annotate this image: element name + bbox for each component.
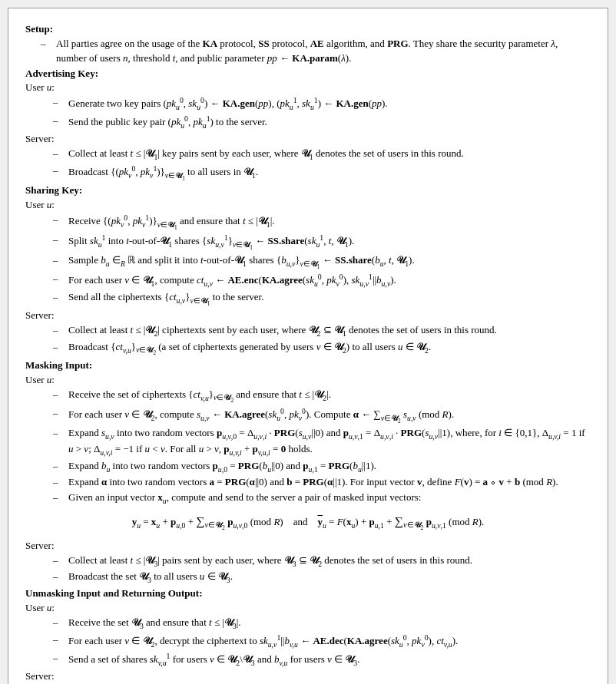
unmasking-user-text-2: For each user v ∈ 𝒰2, decrypt the cipher… [68,633,591,650]
dash: – [53,570,65,584]
dash: – [53,253,65,268]
unmasking-user-text-1: Receive the set 𝒰3 and ensure that t ≤ |… [68,616,591,632]
dash: – [53,459,65,474]
unmasking-user-content: – Receive the set 𝒰3 and ensure that t ≤… [25,616,591,669]
masking-user-item-3: – Expand su,v into two random vectors pu… [53,426,591,458]
sharing-user-item-2: – Split sku1 into t-out-of-𝒰1 shares {sk… [53,233,591,252]
masking-server-text-1: Collect at least t ≤ |𝒰3| pairs sent by … [68,553,591,570]
masking-user-text-4: Expand bu into two random vectors pu,0 =… [68,459,591,475]
setup-title: Setup: [25,23,53,35]
user-u-label-2: User u: [25,199,55,210]
dash: – [53,616,65,630]
unmasking-section: Unmasking Input and Returning Output: Us… [25,587,591,684]
dash: – [53,553,65,568]
unmasking-user-item-1: – Receive the set 𝒰3 and ensure that t ≤… [53,616,591,632]
dash: – [53,475,65,490]
dash: – [53,213,65,227]
adv-server-text-1: Collect at least t ≤ |𝒰1| key pairs sent… [68,147,591,163]
masking-server-content: – Collect at least t ≤ |𝒰3| pairs sent b… [25,553,591,586]
dash-1: – [41,37,53,51]
sharing-server-content: – Collect at least t ≤ |𝒰2| ciphertexts … [25,323,591,358]
dash: – [53,491,65,505]
adv-user-text-1: Generate two key pairs (pku0, sku0) ← KA… [68,95,591,113]
advertising-key-title: Advertising Key: [25,68,98,79]
dash: – [53,323,65,338]
dash: – [53,272,65,286]
sharing-server-text-2: Broadcast {ctv,u}v∈𝒰2 (a set of cipherte… [68,340,591,358]
adv-server-item-2: – Broadcast {(pkv0, pkv1)}v∈𝒰1 to all us… [53,164,591,183]
adv-server-text-2: Broadcast {(pkv0, pkv1)}v∈𝒰1 to all user… [68,164,591,183]
adv-server-item-1: – Collect at least t ≤ |𝒰1| key pairs se… [53,147,591,163]
setup-content: – All parties agree on the usage of the … [25,37,591,66]
sharing-user-text-1: Receive {(pkv0, pkv1)}v∈𝒰1 and ensure th… [68,213,591,232]
setup-item-1: – All parties agree on the usage of the … [41,37,591,66]
server-label-4: Server: [25,670,55,682]
sharing-user-text-2: Split sku1 into t-out-of-𝒰1 shares {sku,… [68,233,591,252]
sharing-server-item-2: – Broadcast {ctv,u}v∈𝒰2 (a set of cipher… [53,340,591,358]
dash: – [53,651,65,666]
adv-server-content: – Collect at least t ≤ |𝒰1| key pairs se… [25,147,591,183]
sharing-server-text-1: Collect at least t ≤ |𝒰2| ciphertexts se… [68,323,591,339]
sharing-user-text-5: Send all the ciphertexts {ctu,v}v∈𝒰1 to … [68,290,591,308]
sharing-user-item-1: – Receive {(pkv0, pkv1)}v∈𝒰1 and ensure … [53,213,591,232]
user-u-label-3: User u: [25,374,55,385]
sharing-user-text-4: For each user v ∈ 𝒰1, compute ctu,v ← AE… [68,272,591,289]
adv-user-item-2: – Send the public key pair (pku0, pku1) … [53,114,591,131]
masking-server-item-2: – Broadcast the set 𝒰3 to all users u ∈ … [53,570,591,586]
dash: – [53,340,65,355]
user-u-label-1: User u: [25,81,55,93]
dash: – [53,426,65,441]
masking-input-title: Masking Input: [25,359,92,371]
adv-user-item-1: – Generate two key pairs (pku0, sku0) ← … [53,95,591,113]
dash: – [53,233,65,247]
dash: – [53,95,65,110]
server-label-2: Server: [25,309,55,321]
dash: – [53,290,65,305]
sharing-user-item-4: – For each user v ∈ 𝒰1, compute ctu,v ← … [53,272,591,289]
sharing-user-item-3: – Sample bu ∈R ℝ and split it into t-out… [53,253,591,271]
masking-server-item-1: – Collect at least t ≤ |𝒰3| pairs sent b… [53,553,591,570]
unmasking-user-item-3: – Send a set of shares skv,u1 for users … [53,651,591,669]
masking-user-item-5: – Expand α into two random vectors a = P… [53,475,591,490]
masking-user-item-6: – Given an input vector xu, compute and … [53,491,591,507]
masking-user-text-6: Given an input vector xu, compute and se… [68,491,591,507]
unmasking-user-text-3: Send a set of shares skv,u1 for users v … [68,651,591,669]
dash: – [53,114,65,128]
dash: – [53,147,65,161]
masking-user-item-4: – Expand bu into two random vectors pu,0… [53,459,591,475]
adv-user-content: – Generate two key pairs (pku0, sku0) ← … [25,95,591,131]
dash: – [53,406,65,421]
sharing-server-item-1: – Collect at least t ≤ |𝒰2| ciphertexts … [53,323,591,339]
sharing-user-item-5: – Send all the ciphertexts {ctu,v}v∈𝒰1 t… [53,290,591,308]
masking-user-item-1: – Receive the set of ciphertexts {ctv,u}… [53,388,591,405]
dash: – [53,164,65,178]
advertising-key-section: Advertising Key: User u: – Generate two … [25,67,591,183]
user-u-label-4: User u: [25,602,55,613]
masking-input-section: Masking Input: User u: – Receive the set… [25,359,591,586]
masking-user-text-3: Expand su,v into two random vectors pu,v… [68,426,591,458]
sharing-user-text-3: Sample bu ∈R ℝ and split it into t-out-o… [68,253,591,271]
sharing-key-title: Sharing Key: [25,184,82,196]
dash: – [53,388,65,402]
server-label-3: Server: [25,540,55,551]
masking-user-item-2: – For each user v ∈ 𝒰2, compute su,v ← K… [53,406,591,425]
main-container: Setup: – All parties agree on the usage … [8,8,608,684]
masking-server-text-2: Broadcast the set 𝒰3 to all users u ∈ 𝒰3… [68,570,591,586]
setup-text-1: All parties agree on the usage of the KA… [56,37,591,66]
dash: – [53,633,65,647]
masking-user-text-5: Expand α into two random vectors a = PRG… [68,475,591,490]
unmasking-title: Unmasking Input and Returning Output: [25,587,202,599]
sharing-key-section: Sharing Key: User u: – Receive {(pkv0, p… [25,183,591,358]
server-label-1: Server: [25,133,55,144]
masking-user-content: – Receive the set of ciphertexts {ctv,u}… [25,388,591,507]
unmasking-user-item-2: – For each user v ∈ 𝒰2, decrypt the ciph… [53,633,591,650]
masking-user-text-2: For each user v ∈ 𝒰2, compute su,v ← KA.… [68,406,591,425]
adv-user-text-2: Send the public key pair (pku0, pku1) to… [68,114,591,131]
sharing-user-content: – Receive {(pkv0, pkv1)}v∈𝒰1 and ensure … [25,213,591,308]
math-block-1: yu = xu + pu,0 + ∑v∈𝒰2 pu,v,0 (mod R) an… [25,513,591,533]
masking-user-text-1: Receive the set of ciphertexts {ctv,u}v∈… [68,388,591,405]
setup-section: Setup: – All parties agree on the usage … [25,22,591,66]
